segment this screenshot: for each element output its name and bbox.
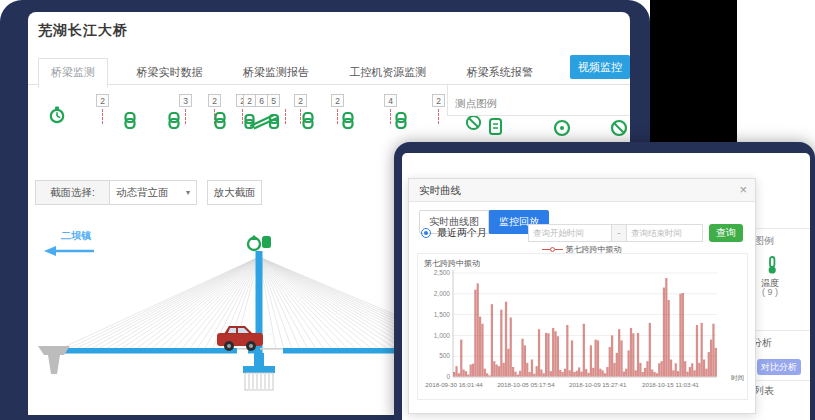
chevron-down-icon: ▾ — [186, 181, 190, 204]
compare-analysis-button[interactable]: 对比分析 — [757, 359, 801, 375]
popup-page: 图例 温度 ( 9 ) 对比分析 对比分析 测点列表 实时曲线 × 实时曲线图 … — [402, 153, 810, 420]
sensor-count: 2 — [331, 94, 344, 107]
link-sensor-icon — [395, 112, 407, 129]
bridge-direction-label: 二坝镇 — [50, 229, 102, 243]
svg-text:0: 0 — [446, 373, 450, 380]
sensor-count: 4 — [384, 94, 397, 107]
screenshot-stage: 芜湖长江大桥 桥梁监测 桥梁实时数据 桥梁监测报告 工控机资源监测 桥梁系统报警… — [0, 0, 815, 420]
sensor-count: 2 — [96, 94, 109, 107]
tower-sensor-icon — [248, 235, 271, 250]
sensor-count: 5 — [267, 94, 280, 107]
sensor-dash-line — [438, 109, 439, 124]
sensor-dash-line — [390, 109, 391, 124]
section-select-dropdown[interactable]: 动态背立面 ▾ — [109, 180, 197, 205]
svg-text:2,500: 2,500 — [434, 269, 451, 276]
sensor-dash-line — [285, 109, 286, 124]
recent-two-months-label: 最近两个月 — [437, 226, 487, 240]
temperature-count: ( 9 ) — [754, 287, 786, 297]
svg-text:2018-10-09 15:27:41: 2018-10-09 15:27:41 — [569, 381, 627, 388]
svg-text:时间: 时间 — [731, 374, 744, 382]
dark-backdrop — [650, 0, 737, 142]
sensor-dash-line — [102, 109, 103, 124]
device-legend-icon — [488, 118, 503, 142]
svg-text:2018-09-30 16:01:44: 2018-09-30 16:01:44 — [425, 381, 483, 388]
sensor-count: 2 — [294, 94, 307, 107]
sensor-count: 2 — [432, 94, 445, 107]
svg-text:500: 500 — [439, 352, 450, 359]
query-button[interactable]: 查询 — [709, 224, 743, 242]
section-select-value: 动态背立面 — [116, 186, 169, 198]
modal-title: 实时曲线 — [419, 179, 461, 202]
thermometer-icon — [765, 256, 779, 279]
tab-bridge-realtime-data[interactable]: 桥梁实时数据 — [124, 59, 214, 87]
left-pier — [38, 346, 70, 374]
section-select-label: 截面选择: — [35, 180, 110, 205]
clock-icon — [48, 106, 66, 124]
page-title: 芜湖长江大桥 — [38, 22, 128, 40]
sensor-count: 2 — [208, 94, 221, 107]
tower-pedestal — [243, 353, 275, 390]
link-sensor-icon — [302, 112, 314, 129]
svg-text:2,000: 2,000 — [434, 290, 451, 297]
tab-bridge-system-alarm[interactable]: 桥梁系统报警 — [455, 59, 545, 87]
gauge-legend-icon — [553, 118, 571, 142]
legend-line-icon — [542, 249, 550, 250]
legend-panel-title: 测点图例 — [455, 97, 497, 111]
close-icon[interactable]: × — [739, 179, 747, 201]
legend-line-icon — [555, 249, 563, 250]
tab-bridge-monitor[interactable]: 桥梁监测 — [38, 58, 108, 88]
svg-text:1,000: 1,000 — [434, 332, 451, 339]
legend-panel-underline — [447, 115, 630, 116]
svg-text:1,500: 1,500 — [434, 311, 451, 318]
svg-text:2018-10-05 05:17:54: 2018-10-05 05:17:54 — [497, 381, 555, 388]
direction-arrow-icon — [44, 246, 94, 256]
link-sensor-icon — [168, 112, 180, 129]
legend-panel-divider — [447, 85, 448, 115]
tab-ipc-resource-monitor[interactable]: 工控机资源监测 — [337, 59, 438, 87]
chart-panel: 第七跨跨中振动 05001,0001,5002,0002,5002018-09-… — [417, 253, 748, 400]
tab-bridge-monitor-report[interactable]: 桥梁监测报告 — [231, 59, 321, 87]
link-sensor-icon — [342, 112, 354, 129]
ban-icon — [465, 114, 482, 131]
link-sensor-icon — [124, 112, 136, 129]
main-tab-bar: 桥梁监测 桥梁实时数据 桥梁监测报告 工控机资源监测 桥梁系统报警 — [28, 58, 630, 85]
sensor-strip: 23222652242 — [35, 90, 485, 148]
sensor-dash-line — [242, 109, 243, 124]
date-range-separator: - — [611, 224, 627, 242]
video-monitor-button[interactable]: 视频监控 — [570, 55, 630, 79]
query-start-time-input[interactable] — [528, 224, 612, 242]
vibration-chart: 05001,0001,5002,0002,5002018-09-30 16:01… — [419, 267, 747, 397]
ban-legend-icon — [610, 118, 628, 142]
right-panel-legend-fragment: 图例 — [754, 234, 808, 248]
modal-header: 实时曲线 × — [409, 179, 755, 202]
svg-text:2018-10-15 11:03:41: 2018-10-15 11:03:41 — [642, 381, 700, 388]
right-panel-divider — [752, 228, 810, 229]
zoom-section-button[interactable]: 放大截面 — [207, 180, 262, 205]
sensor-dash-line — [185, 109, 186, 124]
linked-sensor-group-icon — [244, 112, 280, 130]
sensor-count: 3 — [179, 94, 192, 107]
link-sensor-icon — [214, 112, 226, 129]
realtime-curve-modal: 实时曲线 × 实时曲线图 监控回放 最近两个月 - 查询 第七跨跨中振动 第七跨… — [408, 178, 756, 414]
sensor-dash-line — [337, 109, 338, 124]
sensor-dash-line — [300, 109, 301, 124]
query-end-time-input[interactable] — [626, 224, 703, 242]
recent-two-months-radio[interactable] — [421, 228, 431, 238]
